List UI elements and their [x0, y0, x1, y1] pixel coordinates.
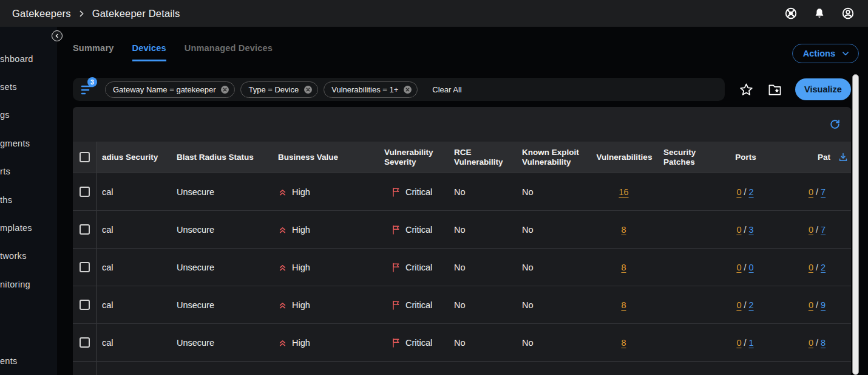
fraction-separator: / — [816, 187, 818, 197]
sidebar-item[interactable]: rts — [0, 167, 10, 176]
business-value-text: High — [292, 187, 310, 197]
sidebar-collapse-button[interactable] — [52, 30, 63, 41]
breadcrumb-parent[interactable]: Gatekeepers — [12, 8, 71, 19]
row-checkbox[interactable] — [80, 300, 90, 310]
patches-open-link[interactable]: 0 — [809, 300, 813, 310]
cell-vulnerability-severity: Critical — [379, 324, 449, 361]
ports-open-link[interactable]: 0 — [736, 338, 741, 348]
filter-count-badge: 3 — [87, 77, 97, 87]
patches-total-link[interactable]: 8 — [821, 338, 826, 348]
ports-open-link[interactable]: 0 — [736, 300, 741, 310]
ports-total-link[interactable]: 2 — [749, 187, 754, 197]
chip-close-icon[interactable] — [403, 85, 412, 94]
sidebar-item[interactable]: ths — [0, 195, 12, 205]
cell-vulnerability-severity: Critical — [379, 173, 449, 210]
tab-summary[interactable]: Summary — [73, 43, 114, 61]
cell-business-value: High — [273, 249, 379, 286]
patches-open-link[interactable]: 0 — [809, 263, 813, 272]
ports-open-link[interactable]: 0 — [736, 225, 741, 235]
filter-chip[interactable]: Vulnerabilities = 1+ — [324, 81, 418, 98]
row-checkbox[interactable] — [80, 187, 90, 197]
column-header-vulnerability-severity[interactable]: Vulnerability Severity — [379, 142, 449, 173]
filter-chip[interactable]: Gateway Name = gatekeeper — [105, 81, 235, 98]
filter-icon[interactable]: 3 — [80, 82, 96, 97]
business-value-text: High — [292, 338, 310, 348]
vulnerability-severity-text: Critical — [405, 338, 432, 348]
sidebar-item[interactable]: sets — [0, 82, 17, 92]
row-checkbox[interactable] — [80, 224, 90, 235]
patches-open-link[interactable]: 0 — [809, 338, 813, 348]
cell-business-value: High — [273, 324, 379, 361]
account-circle-icon[interactable] — [841, 7, 855, 20]
ports-total-link[interactable]: 0 — [749, 263, 754, 272]
actions-button[interactable]: Actions — [792, 44, 859, 63]
cell-rce-vulnerability: No — [449, 211, 517, 248]
sidebar-item[interactable]: mplates — [0, 223, 32, 233]
select-all-checkbox[interactable] — [80, 152, 90, 162]
patches-total-link[interactable]: 9 — [821, 300, 826, 310]
ports-open-link[interactable]: 0 — [736, 263, 741, 272]
patches-total-link[interactable]: 2 — [821, 263, 826, 272]
column-header-business-value[interactable]: Business Value — [273, 142, 379, 173]
sidebar-item[interactable]: tworks — [0, 251, 27, 261]
column-header-adius-security[interactable]: adius Security — [97, 142, 172, 173]
sidebar-item[interactable]: shboard — [0, 54, 33, 64]
column-header-blast-radius-status[interactable]: Blast Radius Status — [172, 142, 273, 173]
flag-icon — [392, 224, 401, 235]
column-header-label: Vulnerability Severity — [384, 148, 446, 167]
column-header-label: Vulnerabilities — [597, 153, 653, 162]
fraction-separator: / — [744, 338, 746, 348]
sidebar-item[interactable]: gments — [0, 139, 30, 148]
column-header-pat[interactable]: Pat — [783, 142, 851, 173]
patches-open-link[interactable]: 0 — [809, 187, 813, 197]
cell-security-patches — [659, 211, 707, 248]
ports-total-link[interactable]: 1 — [749, 338, 754, 348]
vulnerability-severity-text: Critical — [405, 187, 432, 197]
row-checkbox[interactable] — [80, 337, 90, 348]
ports-total-link[interactable]: 2 — [749, 300, 754, 310]
vulnerabilities-count-link[interactable]: 8 — [621, 300, 626, 310]
chip-close-icon[interactable] — [303, 85, 313, 94]
sidebar-item[interactable]: ents — [0, 356, 18, 366]
column-header-security-patches[interactable]: Security Patches — [659, 142, 707, 173]
column-header-label: Business Value — [278, 153, 338, 162]
visualize-button[interactable]: Visualize — [795, 78, 851, 100]
sidebar-item[interactable]: nitoring — [0, 280, 30, 289]
favorite-star-icon[interactable] — [739, 83, 753, 97]
cell-rce-vulnerability: No — [449, 249, 517, 286]
download-export-icon[interactable] — [838, 152, 849, 163]
table-row: calUnsecureHighCriticalNoNo80 / 10 / 8 — [73, 323, 851, 361]
tab-unmanaged-devices[interactable]: Unmanaged Devices — [185, 43, 273, 61]
patches-open-link[interactable]: 0 — [809, 225, 813, 235]
row-select-cell — [73, 362, 97, 375]
cell-ports: 0 / 3 — [707, 211, 783, 248]
sidebar: shboardsetsgsgmentsrtsthsmplatestworksni… — [0, 27, 57, 375]
vulnerabilities-count-link[interactable]: 8 — [621, 338, 626, 348]
patches-total-link[interactable]: 7 — [821, 187, 826, 197]
vulnerabilities-count-link[interactable]: 16 — [619, 187, 628, 197]
help-lifebuoy-icon[interactable] — [784, 7, 798, 20]
flag-icon — [392, 300, 401, 310]
sidebar-item[interactable]: gs — [0, 110, 10, 120]
cell-business-value: High — [273, 286, 379, 323]
vertical-scrollbar[interactable] — [852, 74, 859, 375]
notifications-bell-icon[interactable] — [813, 7, 826, 20]
column-header-known-exploit-vulnerability[interactable]: Known Exploit Vulnerability — [517, 142, 589, 173]
tab-devices[interactable]: Devices — [132, 43, 166, 61]
column-header-vulnerabilities[interactable]: Vulnerabilities — [589, 142, 659, 173]
row-checkbox[interactable] — [80, 262, 90, 272]
refresh-icon[interactable] — [829, 119, 841, 130]
column-header-rce-vulnerability[interactable]: RCE Vulnerability — [449, 142, 517, 173]
ports-total-link[interactable]: 3 — [749, 225, 754, 235]
vulnerabilities-count-link[interactable]: 8 — [621, 225, 626, 235]
ports-open-link[interactable]: 0 — [736, 187, 741, 197]
clear-all-button[interactable]: Clear All — [432, 85, 461, 94]
cell-security-patches — [659, 173, 707, 210]
saved-filters-folder-icon[interactable] — [768, 83, 782, 96]
filter-chip[interactable]: Type = Device — [240, 81, 318, 98]
topbar-icons — [784, 7, 860, 20]
patches-total-link[interactable]: 7 — [821, 225, 826, 235]
vulnerabilities-count-link[interactable]: 8 — [621, 263, 626, 272]
column-header-ports[interactable]: Ports — [707, 142, 783, 173]
chip-close-icon[interactable] — [220, 85, 229, 94]
